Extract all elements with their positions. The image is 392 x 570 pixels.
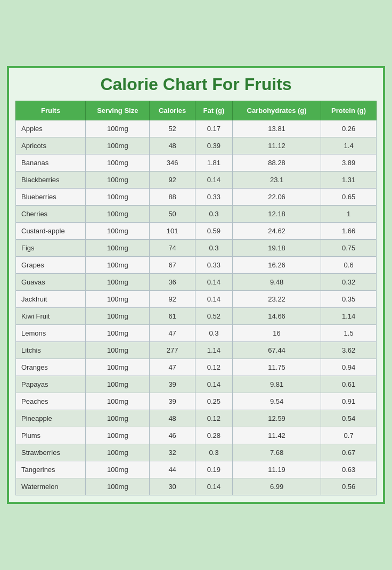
table-cell-9-0: Guavas [16,274,86,291]
table-cell-6-4: 24.62 [232,223,321,240]
table-cell-11-5: 1.14 [321,308,377,325]
table-cell-16-2: 39 [150,393,195,410]
table-row: Guavas100mg360.149.480.32 [16,274,377,291]
col-header-5: Protein (g) [321,101,377,120]
table-cell-2-3: 1.81 [195,154,232,172]
table-cell-3-2: 92 [150,172,195,189]
table-row: Grapes100mg670.3316.260.6 [16,257,377,274]
table-cell-18-1: 100mg [86,427,150,444]
table-cell-21-4: 6.99 [232,478,321,495]
table-cell-3-0: Blackberries [16,172,86,189]
table-cell-13-4: 67.44 [232,342,321,359]
col-header-0: Fruits [16,101,86,120]
col-header-4: Carbohydrates (g) [232,101,321,120]
table-row: Tangerines100mg440.1911.190.63 [16,461,377,478]
table-row: Custard-apple100mg1010.5924.621.66 [16,223,377,240]
table-cell-2-0: Bananas [16,154,86,172]
table-cell-3-4: 23.1 [232,172,321,189]
table-cell-16-4: 9.54 [232,393,321,410]
table-cell-4-1: 100mg [86,189,150,206]
table-cell-7-3: 0.3 [195,240,232,257]
table-cell-16-3: 0.25 [195,393,232,410]
table-row: Papayas100mg390.149.810.61 [16,376,377,393]
table-cell-15-4: 9.81 [232,376,321,393]
table-cell-13-3: 1.14 [195,342,232,359]
table-cell-17-0: Pineapple [16,410,86,427]
table-cell-0-0: Apples [16,120,86,137]
table-cell-1-5: 1.4 [321,137,377,154]
table-cell-5-0: Cherries [16,206,86,223]
calorie-table: FruitsServing SizeCaloriesFat (g)Carbohy… [15,101,377,495]
table-cell-2-2: 346 [150,154,195,172]
table-cell-14-5: 0.94 [321,359,377,376]
table-cell-1-1: 100mg [86,137,150,154]
table-cell-14-1: 100mg [86,359,150,376]
table-cell-10-2: 92 [150,291,195,308]
table-cell-10-0: Jackfruit [16,291,86,308]
table-cell-20-1: 100mg [86,461,150,478]
table-cell-12-3: 0.3 [195,325,232,342]
table-row: Bananas100mg3461.8188.283.89 [16,154,377,172]
table-row: Apples100mg520.1713.810.26 [16,120,377,137]
table-cell-13-1: 100mg [86,342,150,359]
table-cell-21-5: 0.56 [321,478,377,495]
table-cell-9-3: 0.14 [195,274,232,291]
table-cell-4-0: Blueberries [16,189,86,206]
table-cell-4-4: 22.06 [232,189,321,206]
table-cell-17-1: 100mg [86,410,150,427]
page-title: Calorie Chart For Fruits [15,75,377,94]
table-row: Peaches100mg390.259.540.91 [16,393,377,410]
table-cell-8-0: Grapes [16,257,86,274]
table-cell-17-4: 12.59 [232,410,321,427]
table-cell-6-1: 100mg [86,223,150,240]
col-header-2: Calories [150,101,195,120]
table-cell-0-3: 0.17 [195,120,232,137]
table-cell-2-4: 88.28 [232,154,321,172]
table-cell-11-4: 14.66 [232,308,321,325]
table-cell-14-0: Oranges [16,359,86,376]
table-cell-6-2: 101 [150,223,195,240]
table-cell-17-3: 0.12 [195,410,232,427]
table-cell-20-0: Tangerines [16,461,86,478]
table-row: Pineapple100mg480.1212.590.54 [16,410,377,427]
table-cell-11-0: Kiwi Fruit [16,308,86,325]
table-cell-12-1: 100mg [86,325,150,342]
table-cell-17-2: 48 [150,410,195,427]
table-cell-15-2: 39 [150,376,195,393]
table-cell-9-5: 0.32 [321,274,377,291]
table-cell-13-2: 277 [150,342,195,359]
table-cell-9-2: 36 [150,274,195,291]
table-cell-2-1: 100mg [86,154,150,172]
table-cell-12-0: Lemons [16,325,86,342]
table-cell-16-1: 100mg [86,393,150,410]
table-cell-10-5: 0.35 [321,291,377,308]
table-body: Apples100mg520.1713.810.26Apricots100mg4… [16,120,377,495]
table-cell-11-1: 100mg [86,308,150,325]
table-cell-18-2: 46 [150,427,195,444]
table-cell-7-1: 100mg [86,240,150,257]
table-cell-4-3: 0.33 [195,189,232,206]
table-cell-8-5: 0.6 [321,257,377,274]
table-cell-10-3: 0.14 [195,291,232,308]
table-cell-5-1: 100mg [86,206,150,223]
table-cell-8-3: 0.33 [195,257,232,274]
table-cell-12-5: 1.5 [321,325,377,342]
table-cell-4-2: 88 [150,189,195,206]
table-cell-14-2: 47 [150,359,195,376]
table-row: Litchis100mg2771.1467.443.62 [16,342,377,359]
table-row: Cherries100mg500.312.181 [16,206,377,223]
table-cell-12-4: 16 [232,325,321,342]
table-cell-9-4: 9.48 [232,274,321,291]
table-cell-5-3: 0.3 [195,206,232,223]
table-cell-3-3: 0.14 [195,172,232,189]
table-row: Blackberries100mg920.1423.11.31 [16,172,377,189]
table-cell-21-3: 0.14 [195,478,232,495]
table-cell-15-1: 100mg [86,376,150,393]
table-cell-6-0: Custard-apple [16,223,86,240]
table-cell-7-4: 19.18 [232,240,321,257]
table-row: Blueberries100mg880.3322.060.65 [16,189,377,206]
table-cell-8-2: 67 [150,257,195,274]
table-cell-19-5: 0.67 [321,444,377,461]
table-cell-18-3: 0.28 [195,427,232,444]
table-cell-0-2: 52 [150,120,195,137]
